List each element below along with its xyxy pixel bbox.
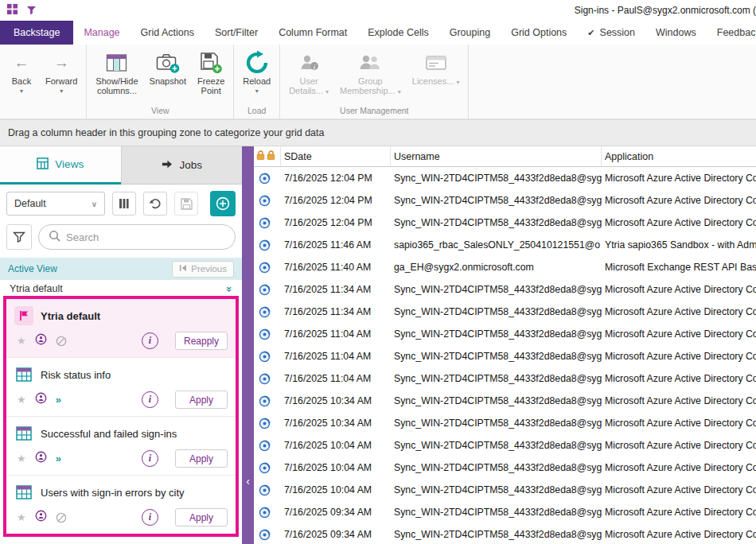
view-list-item[interactable]: Ytria default ★ » i Reapply bbox=[6, 299, 236, 357]
grid-header: SDate Username Application bbox=[254, 146, 756, 167]
caret-icon: ▾ bbox=[456, 79, 459, 86]
collapse-panel-icon[interactable]: ‹ bbox=[242, 476, 254, 487]
lock-icon bbox=[267, 150, 275, 163]
filter-button[interactable] bbox=[6, 224, 32, 250]
ribbon-tab[interactable]: ✔ Column Format bbox=[268, 21, 357, 45]
column-header-application[interactable]: Application bbox=[602, 146, 756, 166]
table-row[interactable]: 7/16/2025 09:34 AM Sync_WIN-2TD4CIPTM58_… bbox=[254, 523, 756, 544]
user-details-button[interactable]: i User Details... ▾ bbox=[283, 46, 334, 99]
table-row[interactable]: 7/16/2025 12:04 PM Sync_WIN-2TD4CIPTM58_… bbox=[254, 212, 756, 234]
tab-views[interactable]: Views bbox=[0, 146, 121, 185]
forward-button[interactable]: → Forward ▾ bbox=[40, 46, 83, 96]
reload-button[interactable]: Reload ▾ bbox=[237, 46, 276, 96]
cell-username: Sync_WIN-2TD4CIPTM58_4433f2d8eda8@syg bbox=[391, 373, 602, 384]
table-row[interactable]: 7/16/2025 12:04 PM Sync_WIN-2TD4CIPTM58_… bbox=[254, 167, 756, 189]
apply-view-button[interactable]: Apply bbox=[175, 391, 228, 409]
ribbon-tab[interactable]: ✔ Manage bbox=[73, 21, 130, 45]
cell-username: Sync_WIN-2TD4CIPTM58_4433f2d8eda8@syg bbox=[391, 328, 602, 340]
ribbon-tab[interactable]: ✔ Explode Cells bbox=[357, 21, 438, 45]
apply-view-button[interactable]: Apply bbox=[175, 508, 228, 527]
builtin-badge-icon bbox=[35, 333, 47, 348]
tab-views-label: Views bbox=[55, 158, 84, 170]
ribbon-tab[interactable]: ✔ Backstage bbox=[0, 21, 73, 45]
active-view-name: Ytria default bbox=[10, 283, 63, 294]
view-info-button[interactable]: i bbox=[142, 332, 158, 349]
ribbon-tab[interactable]: ✔ Session bbox=[577, 21, 645, 45]
table-row[interactable]: 7/16/2025 11:46 AM sapio365_rbac_SalesON… bbox=[254, 234, 756, 256]
back-button[interactable]: ← Back ▾ bbox=[3, 46, 40, 96]
table-row[interactable]: 7/16/2025 09:34 AM Sync_WIN-2TD4CIPTM58_… bbox=[254, 501, 756, 523]
show-hide-columns-button[interactable]: Show/Hide columns... bbox=[90, 46, 143, 97]
table-row[interactable]: 7/16/2025 10:04 AM Sync_WIN-2TD4CIPTM58_… bbox=[254, 479, 756, 501]
grouping-zone[interactable]: Drag a column header in this grouping zo… bbox=[0, 119, 756, 146]
cell-date: 7/16/2025 11:46 AM bbox=[281, 239, 391, 251]
table-row[interactable]: 7/16/2025 11:40 AM ga_EH@sygx2.onmicroso… bbox=[254, 256, 756, 278]
view-info-button[interactable]: i bbox=[142, 509, 158, 526]
view-info-button[interactable]: i bbox=[142, 391, 158, 408]
reset-view-button[interactable] bbox=[143, 192, 167, 216]
table-row[interactable]: 7/16/2025 11:34 AM Sync_WIN-2TD4CIPTM58_… bbox=[254, 278, 756, 301]
save-view-button[interactable] bbox=[174, 192, 198, 216]
view-set-select[interactable]: Default ∨ bbox=[6, 192, 105, 216]
cell-application: Microsoft Azure Active Directory Co bbox=[602, 440, 756, 451]
table-row[interactable]: 7/16/2025 10:04 AM Sync_WIN-2TD4CIPTM58_… bbox=[254, 457, 756, 479]
ribbon-tab[interactable]: ✔ Grid Actions bbox=[131, 21, 205, 45]
cell-application: Microsoft Azure Active Directory Co bbox=[602, 484, 756, 495]
user-info-icon: i bbox=[298, 49, 319, 76]
ribbon-tab[interactable]: ✔ Grid Options bbox=[501, 21, 577, 45]
search-input[interactable] bbox=[66, 231, 225, 243]
quick-menu-icon[interactable] bbox=[26, 4, 37, 18]
group-label-empty bbox=[3, 114, 83, 119]
caret-icon: ▾ bbox=[60, 87, 63, 95]
favorite-star-icon[interactable]: ★ bbox=[17, 394, 26, 405]
jobs-arrow-icon bbox=[161, 159, 173, 172]
apply-view-button[interactable]: Reapply bbox=[175, 332, 228, 350]
cell-date: 7/16/2025 09:34 AM bbox=[281, 507, 391, 518]
table-row[interactable]: 7/16/2025 11:04 AM Sync_WIN-2TD4CIPTM58_… bbox=[254, 345, 756, 367]
table-row[interactable]: 7/16/2025 10:34 AM Sync_WIN-2TD4CIPTM58_… bbox=[254, 412, 756, 434]
view-list-item[interactable]: Risk status info ★ » i Apply bbox=[6, 357, 236, 416]
table-row[interactable]: 7/16/2025 11:04 AM Sync_WIN-2TD4CIPTM58_… bbox=[254, 367, 756, 390]
snapshot-button[interactable]: Snapshot bbox=[144, 46, 192, 87]
licenses-button[interactable]: Licenses... ▾ bbox=[407, 46, 466, 89]
ribbon-tab[interactable]: ✔ Windows bbox=[645, 21, 707, 45]
table-row[interactable]: 7/16/2025 11:34 AM Sync_WIN-2TD4CIPTM58_… bbox=[254, 301, 756, 323]
ribbon-tab[interactable]: ✔ Feedback bbox=[707, 21, 756, 45]
table-row[interactable]: 7/16/2025 10:04 AM Sync_WIN-2TD4CIPTM58_… bbox=[254, 434, 756, 457]
group-membership-button[interactable]: Group Membership... ▾ bbox=[334, 46, 407, 99]
table-row[interactable]: 7/16/2025 10:34 AM Sync_WIN-2TD4CIPTM58_… bbox=[254, 390, 756, 412]
view-list-item[interactable]: Users with sign-in errors by city ★ » i … bbox=[6, 475, 236, 534]
freeze-point-button[interactable]: Freeze Point bbox=[192, 46, 230, 97]
signin-row-icon bbox=[254, 395, 281, 407]
cell-date: 7/16/2025 11:34 AM bbox=[281, 306, 391, 317]
cell-application: Microsoft Azure Active Directory Co bbox=[602, 462, 756, 473]
add-view-button[interactable] bbox=[210, 191, 236, 216]
favorite-star-icon[interactable]: ★ bbox=[17, 453, 26, 464]
column-header-date[interactable]: SDate bbox=[281, 146, 391, 166]
manage-columns-button[interactable] bbox=[112, 192, 136, 216]
caret-icon: ▾ bbox=[398, 88, 401, 95]
view-list-item[interactable]: Successful and failed sign-ins ★ » i App… bbox=[6, 416, 236, 475]
column-header-username[interactable]: Username bbox=[391, 146, 602, 166]
tab-jobs[interactable]: Jobs bbox=[121, 146, 243, 185]
ribbon-tab[interactable]: ✔ Sort/Filter bbox=[205, 21, 268, 45]
cell-username: Sync_WIN-2TD4CIPTM58_4433f2d8eda8@syg bbox=[391, 462, 602, 473]
favorite-star-icon[interactable]: ★ bbox=[17, 336, 26, 346]
favorite-star-icon[interactable]: ★ bbox=[17, 512, 26, 523]
cell-date: 7/16/2025 10:04 AM bbox=[281, 440, 391, 451]
table-row[interactable]: 7/16/2025 12:04 PM Sync_WIN-2TD4CIPTM58_… bbox=[254, 189, 756, 212]
collapse-section-icon[interactable]: » bbox=[224, 286, 236, 291]
view-info-button[interactable]: i bbox=[142, 450, 158, 467]
tab-jobs-label: Jobs bbox=[179, 159, 202, 171]
data-grid: SDate Username Application 7/16/2025 12:… bbox=[254, 146, 756, 544]
cell-application: Microsoft Azure Active Directory Co bbox=[602, 195, 756, 206]
apply-view-button[interactable]: Apply bbox=[175, 449, 228, 468]
forward-label: Forward bbox=[45, 76, 77, 86]
column-header-locks[interactable] bbox=[254, 146, 281, 166]
app-icon[interactable] bbox=[6, 3, 18, 18]
search-box bbox=[38, 224, 236, 250]
table-row[interactable]: 7/16/2025 11:04 AM Sync_WIN-2TD4CIPTM58_… bbox=[254, 323, 756, 345]
ribbon-tab[interactable]: ✔ Grouping bbox=[439, 21, 501, 45]
previous-button[interactable]: Previous bbox=[172, 261, 234, 278]
panel-splitter[interactable]: ‹ bbox=[242, 146, 254, 544]
